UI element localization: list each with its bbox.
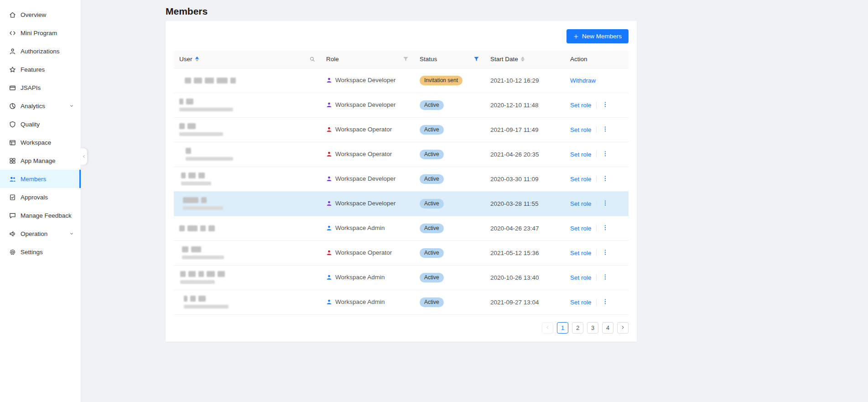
withdraw-link[interactable]: Withdraw xyxy=(570,77,596,84)
sidebar-item-overview[interactable]: Overview xyxy=(0,5,81,24)
approvals-icon xyxy=(9,194,16,201)
column-header-role[interactable]: Role xyxy=(321,51,414,68)
redacted-user-info xyxy=(179,246,315,259)
user-cell xyxy=(174,68,321,93)
features-icon xyxy=(9,66,16,73)
more-icon xyxy=(602,175,608,183)
sidebar-item-label: Approvals xyxy=(21,194,48,201)
action-divider xyxy=(596,176,597,182)
status-cell: Active xyxy=(414,216,485,240)
sidebar-item-label: Mini Program xyxy=(21,30,57,37)
status-cell: Active xyxy=(414,117,485,142)
sidebar-item-members[interactable]: Members xyxy=(0,170,81,188)
more-actions-button[interactable] xyxy=(601,150,609,159)
action-divider xyxy=(596,250,597,256)
sidebar-item-jsapis[interactable]: JSAPIs xyxy=(0,78,81,97)
role-cell: Workspace Developer xyxy=(321,167,414,191)
status-cell: Active xyxy=(414,142,485,167)
sort-icon[interactable] xyxy=(521,57,525,62)
sidebar-item-label: JSAPIs xyxy=(21,84,41,91)
start-date-cell: 2021-04-26 20:35 xyxy=(485,142,565,167)
user-cell xyxy=(174,142,321,167)
more-actions-button[interactable] xyxy=(601,298,609,307)
status-badge: Active xyxy=(420,248,444,258)
person-icon xyxy=(326,77,332,83)
search-icon[interactable] xyxy=(309,56,315,62)
role-cell: Workspace Developer xyxy=(321,68,414,93)
more-actions-button[interactable] xyxy=(601,224,609,233)
more-icon xyxy=(602,101,608,109)
more-actions-button[interactable] xyxy=(601,273,609,282)
set-role-link[interactable]: Set role xyxy=(570,225,592,232)
sidebar-item-app-manage[interactable]: App Manage xyxy=(0,151,81,170)
column-header-start-date[interactable]: Start Date xyxy=(485,51,565,68)
pagination-next-button[interactable] xyxy=(617,322,629,334)
pagination-page-4[interactable]: 4 xyxy=(602,322,613,334)
status-cell: Active xyxy=(414,240,485,265)
pagination-prev-button[interactable] xyxy=(542,322,553,334)
table-row[interactable]: Workspace OperatorActive2021-05-12 15:36… xyxy=(174,240,629,265)
table-row[interactable]: Workspace DeveloperActive2020-12-10 11:4… xyxy=(174,93,629,117)
sidebar-collapse-handle[interactable] xyxy=(81,148,87,165)
table-row[interactable]: Workspace AdminActive2021-09-27 13:04Set… xyxy=(174,290,629,314)
table-row[interactable]: Workspace AdminActive2020-04-26 23:47Set… xyxy=(174,216,629,240)
sidebar-item-manage-feedback[interactable]: Manage Feedback xyxy=(0,206,81,224)
pagination-page-3[interactable]: 3 xyxy=(587,322,598,334)
sidebar-item-label: Operation xyxy=(21,230,47,237)
more-actions-button[interactable] xyxy=(601,174,609,184)
set-role-link[interactable]: Set role xyxy=(570,250,592,256)
set-role-link[interactable]: Set role xyxy=(570,151,592,158)
sidebar-item-approvals[interactable]: Approvals xyxy=(0,188,81,206)
more-actions-button[interactable] xyxy=(601,248,609,258)
table-row[interactable]: Workspace AdminActive2020-10-26 13:40Set… xyxy=(174,265,629,290)
filter-icon-active[interactable] xyxy=(473,56,479,62)
role-cell: Workspace Operator xyxy=(321,117,414,142)
new-members-button[interactable]: New Members xyxy=(567,29,629,43)
column-label-status: Status xyxy=(420,56,437,63)
column-header-status[interactable]: Status xyxy=(414,51,485,68)
more-icon xyxy=(602,249,608,257)
sidebar-item-analytics[interactable]: Analytics xyxy=(0,97,81,115)
set-role-link[interactable]: Set role xyxy=(570,200,592,207)
table-row[interactable]: Workspace OperatorActive2021-09-17 11:49… xyxy=(174,117,629,142)
manage-feedback-icon xyxy=(9,212,16,219)
role-cell: Workspace Developer xyxy=(321,191,414,216)
caret-down-icon xyxy=(521,59,525,62)
plus-icon xyxy=(573,34,579,39)
filter-icon[interactable] xyxy=(403,56,409,62)
more-actions-button[interactable] xyxy=(601,199,609,209)
person-icon xyxy=(326,225,332,231)
person-icon xyxy=(326,250,332,256)
table-row[interactable]: Workspace DeveloperActive2020-03-30 11:0… xyxy=(174,167,629,191)
role-cell: Workspace Operator xyxy=(321,240,414,265)
sidebar-item-mini-program[interactable]: Mini Program xyxy=(0,24,81,42)
set-role-link[interactable]: Set role xyxy=(570,102,592,109)
sidebar-item-quality[interactable]: Quality xyxy=(0,115,81,133)
sidebar-item-features[interactable]: Features xyxy=(0,60,81,78)
set-role-link[interactable]: Set role xyxy=(570,126,592,133)
more-actions-button[interactable] xyxy=(601,125,609,135)
sidebar-item-operation[interactable]: Operation xyxy=(0,224,81,243)
table-row[interactable]: Workspace DeveloperInvitation sent2021-1… xyxy=(174,68,629,93)
new-members-label: New Members xyxy=(582,33,622,40)
column-header-user[interactable]: User xyxy=(174,51,321,68)
pagination-page-1[interactable]: 1 xyxy=(557,322,568,334)
action-cell: Set role xyxy=(565,265,629,290)
column-header-action: Action xyxy=(565,51,629,68)
start-date-cell: 2020-12-10 11:48 xyxy=(485,93,565,117)
more-actions-button[interactable] xyxy=(601,100,609,110)
table-row[interactable]: Workspace OperatorActive2021-04-26 20:35… xyxy=(174,142,629,167)
set-role-link[interactable]: Set role xyxy=(570,299,592,306)
sidebar-item-workspace[interactable]: Workspace xyxy=(0,133,81,151)
status-cell: Active xyxy=(414,290,485,314)
person-icon xyxy=(326,176,332,182)
table-header-row: User Role xyxy=(174,51,629,68)
pagination-page-2[interactable]: 2 xyxy=(572,322,583,334)
set-role-link[interactable]: Set role xyxy=(570,176,592,183)
sidebar-item-settings[interactable]: Settings xyxy=(0,243,81,261)
sort-icon[interactable] xyxy=(195,57,199,62)
sidebar-item-authorizations[interactable]: Authorizations xyxy=(0,42,81,60)
table-row[interactable]: Workspace DeveloperActive2020-03-28 11:5… xyxy=(174,191,629,216)
column-label-role: Role xyxy=(326,56,339,63)
set-role-link[interactable]: Set role xyxy=(570,274,592,281)
